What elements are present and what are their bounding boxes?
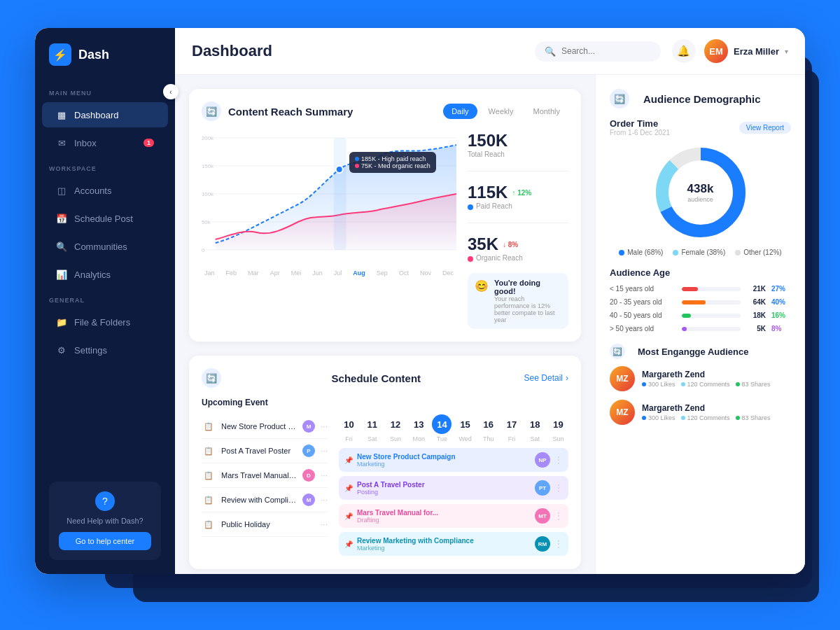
cal-day-name: Wed — [455, 435, 475, 442]
engaged-info: Margareth Zend 300 Likes 120 — [642, 370, 791, 388]
event-name: New Store Product Campaign — [221, 422, 297, 430]
legend-item-male: Male (68%) — [619, 248, 663, 256]
search-icon: 🔍 — [545, 46, 556, 57]
x-label-jan: Jan — [204, 270, 215, 276]
event-name: Mars Travel Manual for Mark... — [221, 471, 297, 479]
engaged-comments: 120 Comments — [681, 414, 730, 421]
sidebar-item-files[interactable]: 📁 File & Folders — [42, 309, 168, 335]
communities-label: Communities — [74, 241, 127, 252]
svg-text:200k: 200k — [202, 135, 214, 141]
most-engaged-title: 🔄 Most Engangge Audience — [610, 344, 791, 359]
sidebar-item-communities[interactable]: 🔍 Communities — [42, 234, 168, 259]
cal-day[interactable]: 16 Thu — [478, 414, 498, 442]
event-more-icon[interactable]: ··· — [321, 446, 328, 456]
age-bar — [682, 300, 706, 304]
left-panel: 🔄 Content Reach Summary Daily Weekly Mon… — [175, 75, 595, 574]
cal-day[interactable]: 11 Sat — [362, 414, 382, 442]
chart-x-labels: Jan Feb Mar Apr Mei Jun Jul Aug Sep Oc — [202, 270, 456, 276]
view-report-button[interactable]: View Report — [739, 122, 791, 134]
age-label: < 15 years old — [610, 285, 676, 293]
sidebar-item-inbox[interactable]: ✉ Inbox 1 — [42, 130, 168, 155]
general-label: General — [35, 288, 175, 308]
logo-symbol: ⚡ — [53, 48, 67, 62]
logo-text: Dash — [78, 48, 109, 62]
cal-event-sub: Marketing — [357, 545, 474, 552]
order-time-sub: From 1-6 Dec 2021 — [610, 129, 670, 136]
cal-day-num: 12 — [386, 414, 405, 434]
age-bar-wrap — [682, 327, 741, 331]
event-badge: D — [302, 469, 315, 482]
sidebar-item-settings[interactable]: ⚙ Settings — [42, 337, 168, 363]
sidebar-item-dashboard[interactable]: ▦ Dashboard — [42, 102, 168, 127]
age-pct: 27% — [771, 285, 791, 293]
stats-area: 150K Total Reach 115K ↑ 12% — [456, 131, 568, 329]
donut-chart: 438k audience — [610, 144, 791, 241]
cal-event-menu[interactable]: ⋮ — [554, 455, 563, 465]
svg-text:150k: 150k — [202, 163, 214, 169]
event-more-icon[interactable]: ··· — [321, 495, 328, 505]
age-label: 40 - 50 years old — [610, 312, 676, 319]
x-label-apr: Apr — [270, 270, 280, 276]
event-icon: 📋 — [202, 444, 216, 458]
user-profile[interactable]: EM Erza Miller ▾ — [704, 39, 788, 63]
cal-event-menu[interactable]: ⋮ — [554, 511, 563, 521]
age-bar-wrap — [682, 314, 741, 318]
cal-day[interactable]: 18 Sat — [525, 414, 545, 442]
content-area: 🔄 Content Reach Summary Daily Weekly Mon… — [175, 75, 805, 574]
arrow-right-icon: › — [566, 373, 568, 383]
age-bar-wrap — [682, 287, 741, 291]
cal-day[interactable]: 12 Sun — [385, 414, 405, 442]
event-badge: P — [302, 444, 315, 457]
cal-day[interactable]: 17 Fri — [501, 414, 522, 442]
cal-day[interactable]: 13 Mon — [409, 414, 429, 442]
cal-day-num: 19 — [548, 414, 568, 434]
legend-label-other: Other (12%) — [743, 248, 781, 256]
cal-event-title: New Store Product Campaign — [357, 453, 456, 461]
search-bar[interactable]: 🔍 — [535, 41, 661, 62]
cal-day[interactable]: 14 Tue — [432, 414, 452, 442]
cal-day[interactable]: 15 Wed — [455, 414, 475, 442]
avatar: EM — [704, 39, 728, 63]
cal-event-menu[interactable]: ⋮ — [554, 483, 563, 493]
age-pct: 8% — [771, 325, 791, 332]
calendar-days: 10 Fri 11 Sat 12 Sun — [339, 414, 568, 442]
sidebar-item-accounts[interactable]: ◫ Accounts — [42, 178, 168, 203]
paid-reach-change: ↑ 12% — [512, 189, 531, 197]
notification-button[interactable]: 🔔 — [672, 39, 696, 63]
logo-icon: ⚡ — [49, 43, 71, 66]
cal-day[interactable]: 10 Fri — [339, 414, 359, 442]
age-bar — [682, 327, 687, 331]
schedule-title: Schedule Content — [332, 372, 421, 384]
event-more-icon[interactable]: ··· — [321, 470, 328, 480]
cal-day-num: 14 — [432, 414, 451, 434]
event-more-icon[interactable]: ··· — [321, 421, 328, 431]
legend-item-female: Female (38%) — [673, 248, 725, 256]
sidebar-collapse-button[interactable]: ‹ — [163, 84, 178, 99]
help-button[interactable]: Go to help center — [59, 532, 151, 550]
list-item: 📋 Post A Travel Poster P ··· — [202, 439, 328, 463]
sidebar-logo: ⚡ Dash — [35, 28, 175, 81]
sidebar-item-analytics[interactable]: 📊 Analytics — [42, 262, 168, 287]
search-input[interactable] — [561, 46, 651, 56]
age-count: 21K — [746, 285, 766, 293]
tab-daily[interactable]: Daily — [443, 104, 477, 119]
x-label-jun: Jun — [312, 270, 323, 276]
tab-weekly[interactable]: Weekly — [480, 104, 522, 119]
event-more-icon[interactable]: ··· — [321, 519, 328, 529]
cal-day[interactable]: 19 Sun — [548, 414, 568, 442]
cal-event: 📌 Mars Travel Manual for... Drafting MT … — [339, 504, 568, 528]
age-bar-wrap — [682, 300, 741, 304]
cal-day-num: 13 — [409, 414, 428, 434]
cal-event-avatar: RM — [535, 536, 550, 552]
x-label-jul: Jul — [334, 270, 342, 276]
inbox-label: Inbox — [74, 138, 97, 148]
accounts-label: Accounts — [74, 186, 111, 196]
see-detail-button[interactable]: See Detail › — [524, 373, 568, 383]
sidebar-item-schedule-post[interactable]: 📅 Schedule Post — [42, 206, 168, 231]
cal-event-menu[interactable]: ⋮ — [554, 539, 563, 549]
tab-monthly[interactable]: Monthly — [524, 104, 568, 119]
audience-title: Audience Demographic — [643, 93, 761, 105]
engaged-comments: 120 Comments — [681, 381, 730, 388]
workspace-label: Workspace — [35, 157, 175, 176]
x-label-sep: Sep — [377, 270, 388, 276]
